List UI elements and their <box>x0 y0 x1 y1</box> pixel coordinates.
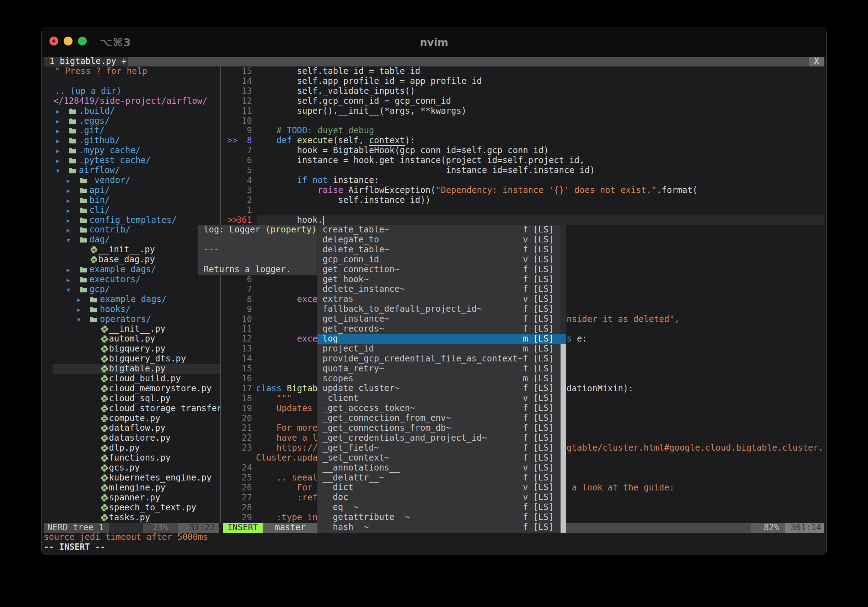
popup-scrollbar-track[interactable] <box>561 225 566 533</box>
tree-item-cloud_storage_transfer_service.py[interactable]: cloud_storage_transfer_service.py <box>42 404 220 413</box>
nerdtree-up-dir[interactable]: .. (up a dir) <box>55 86 122 96</box>
tree-item-operators[interactable]: ▾operators/ <box>42 314 220 324</box>
completion-item-extras[interactable]: extras v [LS] <box>318 294 566 304</box>
tree-item-bigquery_dts.py[interactable]: bigquery_dts.py <box>42 354 220 364</box>
tree-item-cloud_sql.py[interactable]: cloud_sql.py <box>42 394 220 404</box>
tree-item-example_dags[interactable]: ▸example_dags/ <box>42 294 220 305</box>
completion-item-_get_access_token[interactable]: _get_access_token~ f [LS] <box>318 403 566 413</box>
chevron-closed-icon[interactable]: ▸ <box>77 305 81 314</box>
tree-item-.mypy_cache[interactable]: ▸.mypy_cache/ <box>42 146 220 156</box>
tree-item-.eggs[interactable]: ▸.eggs/ <box>42 116 220 126</box>
tree-item-mlengine.py[interactable]: mlengine.py <box>42 483 220 493</box>
tree-item-compute.py[interactable]: compute.py <box>42 413 220 424</box>
completion-item-__delattr__[interactable]: __delattr__~ f [LS] <box>318 473 566 483</box>
tree-item-dataflow.py[interactable]: dataflow.py <box>42 423 220 433</box>
tree-item-bigquery.py[interactable]: bigquery.py <box>42 344 220 354</box>
chevron-closed-icon[interactable]: ▸ <box>56 106 60 116</box>
tree-item-kubernetes_engine.py[interactable]: kubernetes_engine.py <box>42 473 220 483</box>
completion-item-_get_connections_from_db[interactable]: _get_connections_from_db~ f [LS] <box>318 423 566 433</box>
completion-item-_set_context[interactable]: _set_context~ f [LS] <box>318 453 566 463</box>
completion-item-provide_gcp_credential_file_as_context[interactable]: provide_gcp_credential_file_as_context~f… <box>318 354 566 364</box>
chevron-open-icon[interactable]: ▾ <box>77 314 81 324</box>
chevron-closed-icon[interactable]: ▸ <box>67 225 70 235</box>
chevron-open-icon[interactable]: ▾ <box>67 285 70 294</box>
tree-item-cli[interactable]: ▸cli/ <box>42 205 220 215</box>
completion-item-__getattribute__[interactable]: __getattribute__~ f [LS] <box>318 513 566 522</box>
completion-item-fallback_to_default_project_id[interactable]: fallback_to_default_project_id~ f [LS] <box>318 304 566 314</box>
tree-item-functions.py[interactable]: functions.py <box>42 453 220 463</box>
tab-bigtable[interactable]: 1 bigtable.py + <box>44 57 128 67</box>
tree-item-api[interactable]: ▸api/ <box>42 186 220 195</box>
completion-item-get_hook[interactable]: get_hook~ f [LS] <box>318 275 566 285</box>
completion-item-create_table[interactable]: create_table~ f [LS] <box>318 225 566 235</box>
tree-item-example_dags[interactable]: ▸example_dags/ <box>42 265 220 275</box>
tree-item-dag[interactable]: ▾dag/ <box>42 235 220 245</box>
completion-item-__eq__[interactable]: __eq__~ f [LS] <box>318 503 566 513</box>
completion-item-text: update_cluster~ f [LS] <box>318 384 554 393</box>
chevron-open-icon[interactable]: ▾ <box>56 166 60 175</box>
tree-item-gcs.py[interactable]: gcs.py <box>42 463 220 473</box>
completion-item-delete_instance[interactable]: delete_instance~ f [LS] <box>318 284 566 294</box>
chevron-closed-icon[interactable]: ▸ <box>67 215 70 225</box>
chevron-closed-icon[interactable]: ▸ <box>56 136 60 146</box>
tree-item-datastore.py[interactable]: datastore.py <box>42 433 220 443</box>
tree-item-tasks.py[interactable]: tasks.py <box>42 513 220 523</box>
completion-item-_client[interactable]: _client v [LS] <box>318 393 566 403</box>
tree-item-bin[interactable]: ▸bin/ <box>42 195 220 205</box>
completion-item-__doc__[interactable]: __doc__ v [LS] <box>318 492 566 503</box>
tree-item-__init__.py[interactable]: __init__.py <box>42 324 220 334</box>
tree-item-__init__.py[interactable]: __init__.py <box>42 245 220 255</box>
chevron-closed-icon[interactable]: ▸ <box>67 275 70 285</box>
tree-item-cloud_build.py[interactable]: cloud_build.py <box>42 374 220 384</box>
completion-item-quota_retry[interactable]: quota_retry~ f [LS] <box>318 364 566 374</box>
completion-item-_get_field[interactable]: _get_field~ f [LS] <box>318 443 566 453</box>
completion-item-update_cluster[interactable]: update_cluster~ f [LS] <box>318 384 566 393</box>
tree-item-automl.py[interactable]: automl.py <box>42 334 220 344</box>
chevron-closed-icon[interactable]: ▸ <box>56 116 60 126</box>
chevron-closed-icon[interactable]: ▸ <box>56 156 60 166</box>
tree-item-.pytest_cache[interactable]: ▸.pytest_cache/ <box>42 156 220 166</box>
chevron-closed-icon[interactable]: ▸ <box>56 146 60 156</box>
completion-item-get_connection[interactable]: get_connection~ f [LS] <box>318 265 566 275</box>
tree-item-spanner.py[interactable]: spanner.py <box>42 493 220 503</box>
tree-item-hooks[interactable]: ▸hooks/ <box>42 305 220 314</box>
tree-item-.build[interactable]: ▸.build/ <box>42 106 220 116</box>
tab-close-button[interactable]: X <box>809 57 824 67</box>
completion-item-delegate_to[interactable]: delegate_to v [LS] <box>318 235 566 245</box>
chevron-closed-icon[interactable]: ▸ <box>67 265 70 275</box>
tree-item-speech_to_text.py[interactable]: speech_to_text.py <box>42 503 220 513</box>
completion-item-__annotations__[interactable]: __annotations__ v [LS] <box>318 463 566 473</box>
tree-item-contrib[interactable]: ▸contrib/ <box>42 225 220 235</box>
tree-item-config_templates[interactable]: ▸config_templates/ <box>42 215 220 225</box>
chevron-open-icon[interactable]: ▾ <box>67 235 70 245</box>
tree-item-gcp[interactable]: ▾gcp/ <box>42 285 220 294</box>
chevron-closed-icon[interactable]: ▸ <box>67 186 70 195</box>
completion-item-scopes[interactable]: scopes m [LS] <box>318 374 566 384</box>
completion-item-_get_credentials_and_project_id[interactable]: _get_credentials_and_project_id~ f [LS] <box>318 433 566 443</box>
tree-item-.github[interactable]: ▸.github/ <box>42 136 220 146</box>
chevron-closed-icon[interactable]: ▸ <box>67 195 70 205</box>
tree-item-dlp.py[interactable]: dlp.py <box>42 443 220 453</box>
title-bar[interactable]: ⌥⌘3 nvim <box>42 27 826 57</box>
completion-item-log[interactable]: log m [LS] <box>318 334 566 344</box>
tree-item-cloud_memorystore.py[interactable]: cloud_memorystore.py <box>42 384 220 394</box>
tree-item-airflow[interactable]: ▾airflow/ <box>42 166 220 175</box>
chevron-closed-icon[interactable]: ▸ <box>67 205 70 215</box>
completion-item-_get_connection_from_env[interactable]: _get_connection_from_env~ f [LS] <box>318 413 566 423</box>
chevron-closed-icon[interactable]: ▸ <box>77 294 81 305</box>
chevron-closed-icon[interactable]: ▸ <box>67 175 70 186</box>
tree-item-executors[interactable]: ▸executors/ <box>42 275 220 285</box>
completion-item-__hash__[interactable]: __hash__~ f [LS] <box>318 522 566 533</box>
tree-item-base_dag.py[interactable]: base_dag.py <box>42 255 220 265</box>
tree-item-.git[interactable]: ▸.git/ <box>42 126 220 136</box>
popup-scrollbar-thumb[interactable] <box>561 344 566 533</box>
completion-item-__dict__[interactable]: __dict__ v [LS] <box>318 483 566 492</box>
completion-item-delete_table[interactable]: delete_table~ f [LS] <box>318 245 566 255</box>
tree-item-_vendor[interactable]: ▸_vendor/ <box>42 175 220 186</box>
tree-item-bigtable.py[interactable]: bigtable.py <box>42 364 220 374</box>
completion-item-get_records[interactable]: get_records~ f [LS] <box>318 324 566 334</box>
completion-item-project_id[interactable]: project_id m [LS] <box>318 344 566 354</box>
chevron-closed-icon[interactable]: ▸ <box>56 126 60 136</box>
completion-item-gcp_conn_id[interactable]: gcp_conn_id v [LS] <box>318 255 566 265</box>
completion-item-get_instance[interactable]: get_instance~ f [LS] <box>318 314 566 324</box>
